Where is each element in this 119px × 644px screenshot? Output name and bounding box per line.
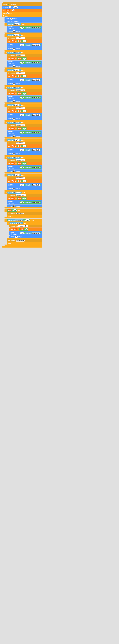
if-bric10-block: if touching bric10▾ ? then broadcast tou…: [4, 191, 42, 208]
if-bric2-block: if touching bric2▾ ? then broadcast touc…: [4, 51, 42, 68]
if-board-block: if touching board▾ ? then point in direc…: [4, 23, 42, 34]
goto-label: go to x:: [3, 6, 8, 8]
goto-y-value: -130: [14, 6, 18, 8]
goto-block: go to x: 0 y: -130: [2, 6, 42, 8]
forever-top: forever: [2, 15, 42, 17]
flag-icon: [8, 4, 10, 5]
hat-when-label: when: [4, 4, 7, 5]
forever-bottom: [2, 246, 42, 248]
score-var-pill: 得分: [6, 9, 10, 11]
if-bric3-block: if touching bric3▾ ? then broadcast touc…: [4, 69, 42, 86]
hat-block: when clicked: [2, 2, 42, 6]
if-ypos-block: if y positionBeachball▾ < -160 then if: [4, 218, 42, 246]
move-steps-board: move 10 steps: [7, 30, 42, 32]
forever-inner: move 10 steps if on edge, bounce if touc…: [4, 17, 42, 246]
point-dir-board: point in direction 180 - directionBeachb…: [7, 26, 42, 30]
edge-bounce-block: if on edge, bounce: [4, 20, 42, 22]
hat-clicked-label: clicked: [10, 4, 16, 5]
if-bric8-block: if touching bric8▾ ? then broadcast touc…: [4, 156, 42, 174]
goto-x-value: 0: [9, 6, 11, 8]
if-bric7-block: if touching bric7▾ ? then broadcast touc…: [4, 139, 42, 156]
forever-block: forever move 10 steps if on edge, bounce…: [2, 15, 42, 248]
if-bric5-block: if touching bric5▾ ? then broadcast touc…: [4, 104, 42, 121]
wait-block: wait 1 secs: [2, 12, 42, 14]
wait-value: 1: [6, 12, 8, 14]
move-steps-1: move 10 steps: [4, 17, 42, 20]
if-bric1-block: if touching bric1▾ ? then broadcast touc…: [4, 34, 42, 51]
if-bric6-block: if touching bric6▾ ? then broadcast touc…: [4, 121, 42, 138]
if-bric9-block: if touching bric9▾ ? then broadcast touc…: [4, 174, 42, 191]
point-dir-bric1: point in direction 180 - directionBeachb…: [7, 43, 42, 47]
set-score-value: 0: [12, 9, 14, 11]
if-bric4-block: if touching bric4▾ ? then broadcast touc…: [4, 86, 42, 104]
if-bric2-inner: if touching bric2▾ ? then broadcast touc…: [7, 222, 42, 239]
if-score100-block: if 得分 = 100 then broadcast YOUWIN▾: [4, 208, 42, 218]
set-score-block: set 得分 to 0: [2, 9, 42, 12]
